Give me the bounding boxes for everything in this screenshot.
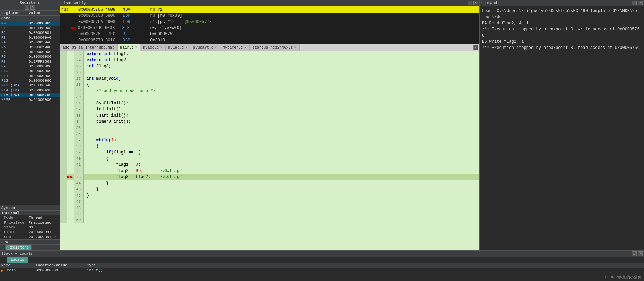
- code-gutter: [60, 137, 67, 143]
- code-gutter: [60, 186, 67, 192]
- code-content[interactable]: 23extern int flag1;24extern int flag2;25…: [60, 51, 479, 250]
- disassembly-content[interactable]: 43:0x00005766 4608MOVr0,r1 0x00005768 68…: [60, 6, 479, 44]
- code-gutter: [60, 112, 67, 119]
- code-arrow: [67, 69, 74, 76]
- code-line: 41 flag1 = 0;: [60, 162, 479, 168]
- registers-minimize-btn[interactable]: _: [25, 5, 29, 10]
- code-line: ▶▶43 flag3 = flag2; //读flag2: [60, 174, 479, 180]
- tab-locals[interactable]: Locals: [7, 257, 28, 263]
- command-close-btn[interactable]: ×: [638, 1, 643, 5]
- disasm-operands: 0x3010: [150, 37, 478, 43]
- code-gutter: [60, 82, 67, 88]
- tab-main-c[interactable]: main.c×: [118, 44, 141, 51]
- code-line: 28{: [60, 82, 479, 88]
- disassembly-close-btn[interactable]: ×: [473, 1, 478, 5]
- stack-col-loc-header: Location/Value: [36, 263, 87, 267]
- code-line: 31 SysClkInit();: [60, 100, 479, 106]
- register-row: R15 (PC)0x0000576C: [0, 93, 60, 97]
- tab-registers-empty[interactable]: [0, 245, 6, 250]
- disassembly-panel: Disassembly _ × 43:0x00005766 4608MOVr0,…: [60, 0, 479, 44]
- registers-titlebar: Registers _ ×: [0, 0, 60, 11]
- reg-value: 0x000059AC: [29, 45, 58, 49]
- bottom-minimize-btn[interactable]: _: [632, 251, 637, 256]
- code-arrow: [67, 211, 74, 217]
- tab-close-btn[interactable]: ×: [185, 46, 187, 50]
- tab-close-btn[interactable]: ×: [294, 46, 297, 50]
- reg-name: R6: [1, 50, 29, 54]
- reg-value: 0x00000000: [29, 64, 58, 68]
- tab-myadc-c[interactable]: myadc.c×: [140, 44, 165, 51]
- disassembly-title: Disassembly: [61, 1, 86, 5]
- code-line: 34 timer0_init();: [60, 119, 479, 125]
- code-text: [84, 69, 479, 76]
- code-arrow: [67, 112, 74, 119]
- code-text: /* add your code here */: [84, 88, 479, 94]
- tab-close-btn[interactable]: ×: [135, 46, 137, 50]
- register-row: R00x00000063: [0, 21, 60, 26]
- tab-startup-hc32f46x-s[interactable]: startup_hc32f46x.s×: [250, 44, 300, 51]
- tab-registers[interactable]: Registers: [6, 245, 32, 250]
- code-line: 45 }: [60, 186, 479, 192]
- command-minimize-btn[interactable]: _: [632, 1, 637, 5]
- reg-name: R0: [1, 21, 29, 25]
- registers-close-btn[interactable]: ×: [30, 5, 35, 10]
- code-text: led_init();: [84, 106, 479, 112]
- code-text: [84, 211, 479, 217]
- tab-label: mytimer.c: [223, 45, 243, 50]
- stack-arrow-icon: ▶: [1, 268, 7, 273]
- reg-name: R7: [1, 55, 29, 59]
- command-line: *** Execution stopped by breakpoint 0, w…: [482, 26, 642, 39]
- current-line-icon: ▶▶: [67, 174, 73, 180]
- tab-bottom-empty[interactable]: [0, 257, 7, 263]
- tab-myusart-c[interactable]: myusart.c×: [190, 44, 220, 51]
- line-number: 50: [74, 217, 84, 223]
- disasm-row: 0x00005768 6800LDRr0,[r0,#0x00]: [60, 13, 479, 19]
- code-line: 24extern int flag2;: [60, 57, 479, 63]
- code-line: 35: [60, 125, 479, 131]
- reg-name: R3: [1, 36, 29, 40]
- tab-close-btn[interactable]: ×: [245, 46, 247, 50]
- code-arrow: [67, 199, 74, 205]
- bottom-close-btn[interactable]: ×: [638, 251, 643, 256]
- code-line: 48: [60, 205, 479, 211]
- code-line: 37 while(1): [60, 137, 479, 143]
- stack-type: int f(): [87, 268, 121, 273]
- disasm-addr: 0x00005766 4608: [78, 6, 123, 13]
- code-arrow: [67, 149, 74, 156]
- tab-label: myusart.c: [193, 45, 213, 50]
- code-arrow: [67, 63, 74, 69]
- code-gutter: [60, 205, 67, 211]
- code-arrow: [67, 82, 74, 88]
- reg-info-label: Sec: [1, 235, 29, 239]
- code-line: 36: [60, 131, 479, 137]
- tab-label: main.c: [120, 45, 134, 50]
- tab-adc-03-sa-interrupt-map[interactable]: adc_03_sa_interrupt.map: [60, 44, 118, 51]
- tab-label: startup_hc32f46x.s: [252, 45, 293, 50]
- reg-info-value: 2000098944: [29, 230, 58, 234]
- stack-col-type-header: Type: [87, 263, 121, 267]
- reg-value: 0x0000043F: [29, 88, 58, 92]
- disassembly-minimize-btn[interactable]: _: [468, 1, 472, 5]
- tab-close-btn[interactable]: ×: [215, 46, 217, 50]
- code-arrow: [67, 125, 74, 131]
- disasm-instr: B: [123, 31, 150, 37]
- reg-info-label: Privilege: [1, 220, 29, 225]
- reg-value: 0x00000000: [29, 74, 58, 78]
- tab-mytimer-c[interactable]: mytimer.c×: [220, 44, 249, 51]
- code-close-all: ×: [471, 44, 479, 51]
- code-arrow: [67, 205, 74, 211]
- code-gutter: [60, 149, 67, 156]
- line-number: 25: [74, 63, 84, 69]
- code-gutter: [60, 100, 67, 106]
- code-close-all-btn[interactable]: ×: [473, 45, 478, 50]
- reg-col-value: Value: [29, 11, 58, 15]
- line-number: 33: [74, 112, 84, 119]
- tab-close-btn[interactable]: ×: [160, 46, 162, 50]
- disasm-instr: LDR: [123, 13, 150, 19]
- command-content[interactable]: Load "C:\\Users\\li'guo'ye\\Desktop\\HCf…: [480, 6, 644, 250]
- tab-myled-c[interactable]: myled.c×: [166, 44, 190, 51]
- line-number: 28: [74, 82, 84, 88]
- code-gutter: [60, 143, 67, 149]
- register-row: R90x00000000: [0, 64, 60, 69]
- code-text: flag1 = 0;: [84, 162, 479, 168]
